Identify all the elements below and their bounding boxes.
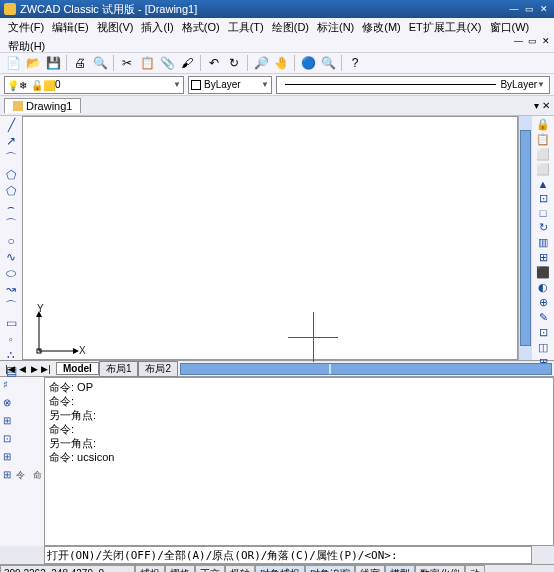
panel-tool-0[interactable]: ♯ bbox=[3, 379, 19, 395]
mdi-minimize-button[interactable]: — bbox=[510, 34, 522, 46]
draw-tool-8[interactable]: ∿ bbox=[3, 250, 19, 264]
draw-tool-5[interactable]: ⌢ bbox=[3, 200, 19, 214]
toolbar-button-16[interactable]: 🤚 bbox=[272, 54, 290, 72]
modify-tool-1[interactable]: 📋 bbox=[535, 133, 551, 146]
layout-tab-2[interactable]: 布局2 bbox=[138, 361, 178, 377]
toolbar-button-13[interactable]: ↻ bbox=[225, 54, 243, 72]
modify-tool-12[interactable]: ⊕ bbox=[535, 296, 551, 309]
modify-tool-11[interactable]: ◐ bbox=[535, 281, 551, 294]
modify-tool-15[interactable]: ◫ bbox=[535, 341, 551, 354]
draw-tool-11[interactable]: ⌒ bbox=[3, 298, 19, 314]
modify-tool-0[interactable]: 🔒 bbox=[535, 118, 551, 131]
draw-tool-2[interactable]: ⌒ bbox=[3, 150, 19, 166]
mdi-restore-button[interactable]: ▭ bbox=[524, 34, 536, 46]
toolbar-button-8[interactable]: 📋 bbox=[138, 54, 156, 72]
linetype-dropdown[interactable]: ByLayer ▼ bbox=[276, 76, 550, 94]
horizontal-scrollbar[interactable] bbox=[180, 363, 552, 375]
status-栅格[interactable]: 栅格 bbox=[165, 565, 195, 572]
status-线宽[interactable]: 线宽 bbox=[355, 565, 385, 572]
menu-format[interactable]: 格式(O) bbox=[178, 18, 224, 37]
layout-tab-model[interactable]: Model bbox=[56, 362, 99, 375]
status-捕捉[interactable]: 捕捉 bbox=[135, 565, 165, 572]
coordinate-display[interactable]: 309.2262, 248.4279, 0 bbox=[0, 565, 135, 572]
toolbar-button-0[interactable]: 📄 bbox=[4, 54, 22, 72]
toolbar-button-18[interactable]: 🔵 bbox=[299, 54, 317, 72]
command-handle[interactable]: 命 令 bbox=[22, 377, 44, 546]
toolbar-button-21[interactable]: ? bbox=[346, 54, 364, 72]
toolbar-button-4[interactable]: 🖨 bbox=[71, 54, 89, 72]
modify-tool-6[interactable]: □ bbox=[535, 207, 551, 219]
draw-tool-13[interactable]: ◦ bbox=[3, 332, 19, 346]
layout-last-button[interactable]: ▶| bbox=[40, 364, 52, 374]
toolbar-button-2[interactable]: 💾 bbox=[44, 54, 62, 72]
panel-tool-5[interactable]: ⊞ bbox=[3, 469, 19, 485]
menu-help[interactable]: 帮助(H) bbox=[4, 37, 550, 56]
status-动[interactable]: 动 bbox=[465, 565, 485, 572]
mdi-close-button[interactable]: ✕ bbox=[538, 34, 550, 46]
modify-tool-9[interactable]: ⊞ bbox=[535, 251, 551, 264]
draw-tool-7[interactable]: ○ bbox=[3, 234, 19, 248]
tab-close-button[interactable]: ✕ bbox=[542, 100, 550, 111]
modify-tool-4[interactable]: ▲ bbox=[535, 178, 551, 190]
menu-insert[interactable]: 插入(I) bbox=[137, 18, 177, 37]
modify-tool-10[interactable]: ⬛ bbox=[535, 266, 551, 279]
status-正交[interactable]: 正交 bbox=[195, 565, 225, 572]
draw-tool-3[interactable]: ⬠ bbox=[3, 168, 19, 182]
toolbar-button-12[interactable]: ↶ bbox=[205, 54, 223, 72]
draw-tool-12[interactable]: ▭ bbox=[3, 316, 19, 330]
toolbar-button-9[interactable]: 📎 bbox=[158, 54, 176, 72]
panel-tool-4[interactable]: ⊞ bbox=[3, 451, 19, 467]
status-对象追踪[interactable]: 对象追踪 bbox=[305, 565, 355, 572]
draw-tool-9[interactable]: ⬭ bbox=[3, 266, 19, 280]
maximize-button[interactable]: ▭ bbox=[523, 3, 535, 15]
panel-tool-1[interactable]: ⊗ bbox=[3, 397, 19, 413]
status-极轴[interactable]: 极轴 bbox=[225, 565, 255, 572]
minimize-button[interactable]: — bbox=[508, 3, 520, 15]
modify-tool-7[interactable]: ↻ bbox=[535, 221, 551, 234]
layout-prev-button[interactable]: ◀ bbox=[16, 364, 28, 374]
menu-tools[interactable]: 工具(T) bbox=[224, 18, 268, 37]
modify-tool-5[interactable]: ⊡ bbox=[535, 192, 551, 205]
toolbar-button-10[interactable]: 🖌 bbox=[178, 54, 196, 72]
document-tab[interactable]: Drawing1 bbox=[4, 98, 81, 113]
toolbar-button-5[interactable]: 🔍 bbox=[91, 54, 109, 72]
draw-tool-1[interactable]: ↗ bbox=[3, 134, 19, 148]
color-dropdown[interactable]: ByLayer ▼ bbox=[188, 76, 272, 94]
vertical-scrollbar[interactable] bbox=[518, 116, 532, 360]
menu-dim[interactable]: 标注(N) bbox=[313, 18, 358, 37]
draw-tool-4[interactable]: ⬠ bbox=[3, 184, 19, 198]
menu-edit[interactable]: 编辑(E) bbox=[48, 18, 93, 37]
draw-tool-6[interactable]: ⌒ bbox=[3, 216, 19, 232]
drawing-canvas[interactable]: Y X bbox=[22, 116, 518, 360]
panel-tool-2[interactable]: ⊞ bbox=[3, 415, 19, 431]
command-history[interactable]: 命令: OP命令:另一角点:命令:另一角点:命令: ucsicon bbox=[44, 377, 554, 546]
toolbar-button-1[interactable]: 📂 bbox=[24, 54, 42, 72]
layer-dropdown[interactable]: 💡 ❄ 🔓 🟨 0 ▼ bbox=[4, 76, 184, 94]
menu-view[interactable]: 视图(V) bbox=[93, 18, 138, 37]
layout-first-button[interactable]: |◀ bbox=[4, 364, 16, 374]
menu-modify[interactable]: 修改(M) bbox=[358, 18, 405, 37]
modify-tool-2[interactable]: ⬜ bbox=[535, 148, 551, 161]
draw-tool-0[interactable]: ╱ bbox=[3, 118, 19, 132]
status-模型[interactable]: 模型 bbox=[385, 565, 415, 572]
close-button[interactable]: ✕ bbox=[538, 3, 550, 15]
tab-pin-button[interactable]: ▾ bbox=[534, 100, 539, 111]
menu-et[interactable]: ET扩展工具(X) bbox=[405, 18, 486, 37]
toolbar-button-7[interactable]: ✂ bbox=[118, 54, 136, 72]
status-对象捕捉[interactable]: 对象捕捉 bbox=[255, 565, 305, 572]
draw-tool-14[interactable]: ∴ bbox=[3, 348, 19, 362]
command-input[interactable] bbox=[45, 547, 531, 563]
menu-draw[interactable]: 绘图(D) bbox=[268, 18, 313, 37]
modify-tool-3[interactable]: ⬜ bbox=[535, 163, 551, 176]
layout-next-button[interactable]: ▶ bbox=[28, 364, 40, 374]
menu-file[interactable]: 文件(F) bbox=[4, 18, 48, 37]
toolbar-button-15[interactable]: 🔎 bbox=[252, 54, 270, 72]
modify-tool-8[interactable]: ▥ bbox=[535, 236, 551, 249]
status-数字化仪[interactable]: 数字化仪 bbox=[415, 565, 465, 572]
modify-tool-13[interactable]: ✎ bbox=[535, 311, 551, 324]
layout-tab-1[interactable]: 布局1 bbox=[99, 361, 139, 377]
panel-tool-3[interactable]: ⊡ bbox=[3, 433, 19, 449]
draw-tool-10[interactable]: ↝ bbox=[3, 282, 19, 296]
modify-tool-14[interactable]: ⊡ bbox=[535, 326, 551, 339]
toolbar-button-19[interactable]: 🔍 bbox=[319, 54, 337, 72]
